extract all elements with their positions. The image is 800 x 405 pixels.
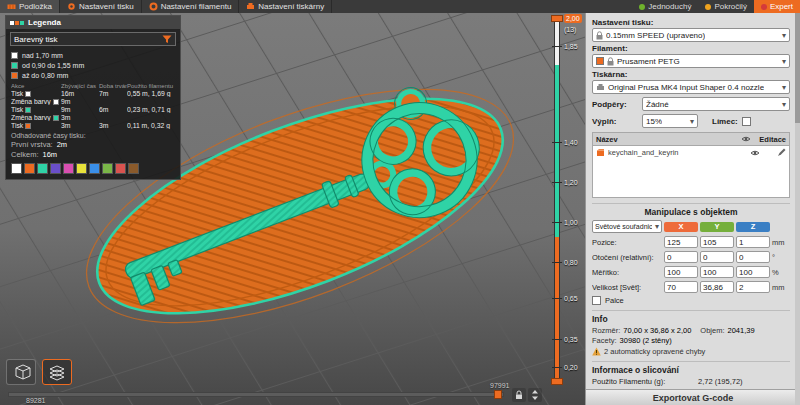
filament-color-button[interactable]	[24, 163, 35, 174]
position-label: Pozice:	[592, 238, 662, 247]
brim-label: Límec:	[712, 117, 738, 126]
layer-slider-top-handle[interactable]	[551, 15, 563, 22]
3d-editor-view-button[interactable]	[6, 359, 36, 385]
inches-checkbox[interactable]	[592, 296, 601, 305]
lock-icon	[515, 390, 523, 400]
tab-printer-settings[interactable]: Nastavení tiskárny	[239, 0, 332, 13]
infill-select[interactable]: 15%	[642, 114, 698, 128]
printer-select[interactable]: Original Prusa MK4 Input Shaper 0.4 nozz…	[592, 80, 790, 94]
panel-scrollbar-thumb[interactable]	[795, 13, 800, 123]
rotation-z-input[interactable]	[736, 251, 770, 263]
repair-warning[interactable]: 2 automaticky opravené chyby	[592, 347, 790, 356]
rotation-label: Otočení (relativní):	[592, 253, 662, 262]
object-row[interactable]: keychain_and_keyrin	[593, 146, 789, 159]
coordinate-system-select[interactable]: Světové souřadnice	[592, 220, 662, 233]
layer-slider-track[interactable]	[554, 16, 560, 384]
warning-icon	[592, 347, 601, 356]
legend-icon	[10, 21, 24, 25]
mode-simple-icon	[639, 4, 645, 10]
filament-color-button[interactable]	[102, 163, 113, 174]
panel-scrollbar[interactable]	[795, 13, 800, 405]
axis-y-header: Y	[700, 222, 734, 232]
slicing-section-title: Informace o slicování	[592, 361, 790, 375]
printer-icon	[246, 2, 255, 11]
scale-x-input[interactable]	[664, 266, 698, 278]
position-z-input[interactable]	[736, 236, 770, 248]
range-swatch	[11, 62, 18, 69]
color-range-row: od 0,90 do 1,55 mm	[11, 60, 175, 70]
range-swatch	[11, 52, 18, 59]
print-settings-select[interactable]: 0.15mm SPEED (upraveno)	[592, 28, 790, 42]
filament-color-button[interactable]	[128, 163, 139, 174]
filament-color-button[interactable]	[11, 163, 22, 174]
3d-viewport[interactable]: Legenda Barevný tisk nad 1,70 mm od 0,90…	[0, 13, 585, 405]
brim-checkbox[interactable]	[742, 117, 751, 126]
eye-icon[interactable]	[750, 149, 760, 157]
rotation-y-input[interactable]	[700, 251, 734, 263]
object-manipulation: Světové souřadnice X Y Z Pozice: mm Otoč…	[592, 220, 790, 293]
sliced-preview-button[interactable]	[42, 359, 72, 385]
legend-titlebar[interactable]: Legenda	[6, 16, 180, 29]
cube-icon	[11, 363, 31, 381]
mode-expert-icon	[761, 4, 767, 10]
tab-print-settings[interactable]: Nastavení tisku	[60, 0, 142, 13]
manipulation-title: Manipulace s objektem	[592, 203, 790, 217]
tab-filament-settings[interactable]: Nastavení filamentu	[142, 0, 240, 13]
table-row: Změna barvy	[11, 114, 61, 121]
export-gcode-button[interactable]: Exportovat G-code	[586, 389, 800, 405]
mode-simple[interactable]: Jednoduchý	[632, 0, 698, 13]
info-section-title: Info	[592, 310, 790, 324]
infill-label: Výplň:	[592, 117, 638, 126]
size-y-input[interactable]	[700, 281, 734, 293]
printer-icon	[596, 83, 605, 92]
legend-panel: Legenda Barevný tisk nad 1,70 mm od 0,90…	[5, 15, 181, 180]
estimated-times-title: Odhadované časy tisku:	[11, 132, 175, 139]
tab-plater[interactable]: Podložka	[0, 0, 60, 13]
tab-label: Nastavení tisku	[79, 2, 134, 11]
filament-color-button[interactable]	[37, 163, 48, 174]
supports-label: Podpěry:	[592, 100, 638, 109]
horizontal-move-slider[interactable]	[8, 392, 504, 397]
scale-y-input[interactable]	[700, 266, 734, 278]
scale-z-input[interactable]	[736, 266, 770, 278]
total-time: Celkem:16m	[11, 150, 175, 159]
size-info: Rozměr: 70,00 x 36,86 x 2,00 Objem: 2041…	[592, 326, 790, 335]
position-x-input[interactable]	[664, 236, 698, 248]
table-row: Změna barvy	[11, 98, 61, 105]
view-mode-select[interactable]: Barevný tisk	[10, 32, 176, 46]
mode-expert[interactable]: Expert	[754, 0, 800, 13]
tab-label: Nastavení tiskárny	[258, 2, 324, 11]
rotation-x-input[interactable]	[664, 251, 698, 263]
layer-slider-bottom-handle[interactable]	[551, 378, 563, 385]
view-mode-buttons	[6, 359, 72, 385]
print-actions-table: Akce Zbývající čas Doba trvání Použito f…	[11, 83, 175, 129]
supports-select[interactable]: Žádné	[642, 97, 790, 111]
layer-slider[interactable]: 2,00 (13) 1,85 1,40 1,20 1,00 0,80 0,65 …	[547, 13, 585, 405]
edit-pencil-icon[interactable]	[777, 148, 786, 157]
tab-label: Nastavení filamentu	[161, 2, 232, 11]
filament-color-button[interactable]	[76, 163, 87, 174]
size-x-input[interactable]	[664, 281, 698, 293]
prusaslicer-window: Podložka Nastavení tisku Nastavení filam…	[0, 0, 800, 405]
mode-advanced-icon	[705, 4, 711, 10]
filter-funnel-icon[interactable]	[162, 35, 172, 44]
filament-color-button[interactable]	[89, 163, 100, 174]
object-list: Název Editace keychain_and_keyrin	[592, 132, 790, 198]
lock-icon	[596, 31, 603, 40]
print-settings-label: Nastavení tisku:	[592, 18, 790, 27]
filament-select[interactable]: Prusament PETG	[592, 54, 790, 68]
filament-color-button[interactable]	[50, 163, 61, 174]
position-y-input[interactable]	[700, 236, 734, 248]
filament-color-button[interactable]	[63, 163, 74, 174]
gear-icon	[67, 2, 76, 11]
filament-palette	[11, 163, 175, 174]
lock-layers-button[interactable]	[512, 388, 526, 402]
axis-x-header: X	[664, 222, 698, 232]
size-z-input[interactable]	[736, 281, 770, 293]
legend-title: Legenda	[28, 18, 61, 27]
filament-color-button[interactable]	[115, 163, 126, 174]
mode-advanced[interactable]: Pokročilý	[698, 0, 753, 13]
facets-info: Facety: 30980 (2 stěny)	[592, 336, 790, 345]
step-arrows-button[interactable]	[528, 388, 542, 402]
horizontal-slider-handle[interactable]	[494, 390, 502, 399]
